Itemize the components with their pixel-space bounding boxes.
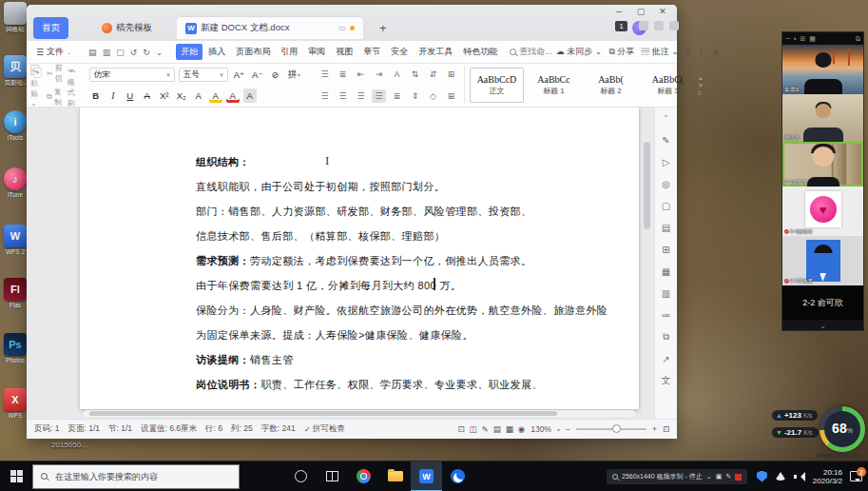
participant-avatar-tile[interactable]: ♥ 2-4赵琇丹 [782,187,863,236]
alignment-tool-icon[interactable]: ☰ [354,89,368,103]
security-shield-icon[interactable] [757,471,767,482]
format-painter-button[interactable]: ⌁格式刷 [68,63,76,108]
side-tool-icon[interactable]: ▥ [659,286,673,300]
participant-video[interactable]: 相正本 [782,94,863,142]
minimize-button[interactable]: ─ [612,7,626,16]
meeting-header-icon[interactable]: ▦ [809,35,816,43]
zoom-value[interactable]: 130% [530,424,551,434]
paragraph-tool-icon[interactable]: ⇅ [408,68,422,81]
ribbon-tab[interactable]: 开发工具 [414,44,457,60]
cortana-button[interactable] [285,462,317,491]
zoom-slider-thumb[interactable] [612,424,621,433]
side-tool-icon[interactable]: ▷ [659,155,673,168]
member-icons[interactable] [639,21,679,30]
paragraph-tool-icon[interactable]: ☰ [318,68,332,81]
copy-button[interactable]: ⧉复制 [47,87,63,108]
paragraph[interactable]: 为固定保单来源。提成：人寿保险>健康保险、健康保险。 [196,323,626,347]
alignment-tool-icon[interactable]: ⇕ [408,89,422,103]
side-tool-icon[interactable]: ◎ [659,177,673,190]
panel-collapse-button[interactable]: ⌄ [782,320,863,332]
view-mode-icon[interactable]: ◫ [470,424,477,434]
paragraph[interactable]: 岗位说明书：职责、工作任务、权限、学历要求、专业要求、职业发展、 [196,372,626,397]
alignment-tool-icon[interactable]: ◇ [426,89,440,103]
stop-record-icon[interactable] [735,474,742,481]
participant-photo-tile[interactable]: 4-7宋逸雯 [782,236,863,285]
meeting-app-button[interactable] [442,462,473,491]
paragraph[interactable]: 由于年保费需要达到 1 亿，分摊到每月到大约 800 万。 [196,273,626,298]
ribbon-tab[interactable]: 页面布局 [231,44,275,60]
wifi-icon[interactable] [775,472,786,481]
paragraph[interactable]: 组织结构： [196,149,626,174]
paragraph-tool-icon[interactable]: ⊞ [444,68,458,81]
ribbon-tab[interactable]: 审阅 [303,44,330,60]
maximize-button[interactable]: ▢ [634,7,647,16]
fit-page-icon[interactable]: ⊡ [663,424,669,434]
action-center-icon[interactable]: 2 [850,471,862,481]
comment-button[interactable]: ▤ 批注 ⌄ [641,46,679,58]
participant-video[interactable]: 李成旦 [782,45,863,94]
subscript-button[interactable]: X₂ [175,88,188,103]
character-shading-button[interactable]: A [243,88,257,103]
ribbon-tab[interactable]: 开始 [176,44,203,60]
bold-button[interactable]: B [89,88,103,103]
paragraph-tool-icon[interactable]: ⇵ [426,68,440,81]
side-tool-icon[interactable]: ≔ [659,308,673,322]
task-view-button[interactable] [317,462,348,491]
side-tool-icon[interactable]: ▢ [659,199,673,212]
ribbon-tab[interactable]: 特色功能 [458,44,502,60]
horizontal-scroll-thumb[interactable] [89,411,557,416]
zoom-in-button[interactable]: + [652,424,657,434]
font-name-select[interactable]: 仿宋▾ [89,68,175,82]
view-mode-icon[interactable]: ⊡ [457,424,464,434]
paragraph[interactable]: 需求预测：劳动定额法，考虑到保费要达到一个亿，倒推出人员需求。 [196,248,626,273]
alignment-tool-icon[interactable]: ☰ [336,89,350,103]
side-tool-icon[interactable]: ⊞ [659,243,673,256]
quick-icon[interactable]: ▥ [101,48,113,57]
help-button[interactable]: ? [685,48,690,57]
alignment-tool-icon[interactable]: ≣ [390,89,404,103]
horizontal-scrollbar[interactable] [84,410,635,417]
vertical-scrollbar[interactable] [644,142,650,229]
tab-document[interactable]: W 新建 DOCX 文档.docx ▭ [177,17,363,39]
side-tool-icon[interactable]: ✎ [659,133,673,147]
font-color-button[interactable]: A [226,88,240,103]
style-preset[interactable]: AaBbC( 标题 3 [641,68,695,103]
clock[interactable]: 20:16 2020/3/2 [813,468,842,485]
chrome-button[interactable] [348,462,379,491]
style-preset[interactable]: AaBb( 标题 2 [584,68,638,103]
side-tool-icon[interactable]: ⧉ [659,330,673,344]
tab-template-store[interactable]: 稿壳模板 [93,17,161,39]
search-input[interactable] [53,471,215,482]
clear-format-button[interactable]: ⊘ [268,68,281,82]
wps-taskbar-button[interactable]: W [411,462,442,491]
document-page[interactable]: 组织结构： 直线职能职，由于公司处于初创期，按照部门划分。 部门：销售部、人力资… [80,108,639,409]
meeting-header-icon[interactable]: ▪ [794,35,796,43]
screen-record-bar[interactable]: 2560x1440 视频录制 - 停止 ⌄ ▣ ✎ [607,469,747,484]
quick-icon[interactable]: ↻ [141,48,152,57]
camera-icon[interactable]: ▣ [716,473,723,481]
file-menu[interactable]: ☰文件⌄ [32,46,75,58]
alignment-tool-icon[interactable]: ☰ [372,89,386,103]
paragraph-tool-icon[interactable]: ⇥ [372,68,386,81]
quick-icon[interactable]: ▢ [114,48,126,57]
zoom-out-button[interactable]: − [566,424,570,434]
side-tool-icon[interactable]: 文 [659,374,673,387]
view-mode-icon[interactable]: ▦ [506,424,513,434]
file-explorer-button[interactable] [379,462,411,491]
style-preset[interactable]: AaBbCc 标题 1 [527,68,581,103]
zoom-slider[interactable] [576,428,646,430]
new-tab-button[interactable]: + [371,17,395,39]
style-preset[interactable]: AaBbCcD 正文 [470,68,524,103]
paragraph[interactable]: 访谈提纲：销售主管 [196,347,626,372]
side-tool-icon[interactable]: ▤ [659,221,673,234]
phonetic-guide-button[interactable]: 拼▾ [285,68,302,82]
strikethrough-button[interactable]: A [141,88,154,103]
performance-gauge[interactable]: 68% [820,406,865,452]
ribbon-tab[interactable]: 引用 [276,44,302,60]
ribbon-tab[interactable]: 插入 [203,44,230,60]
paragraph-tool-icon[interactable]: A [390,68,404,81]
paragraph[interactable]: 直线职能职，由于公司处于初创期，按照部门划分。 [196,174,626,199]
document-text[interactable]: 组织结构： 直线职能职，由于公司处于初创期，按照部门划分。 部门：销售部、人力资… [80,108,639,397]
italic-button[interactable]: I [106,88,120,103]
taskbar-search[interactable] [32,464,240,489]
